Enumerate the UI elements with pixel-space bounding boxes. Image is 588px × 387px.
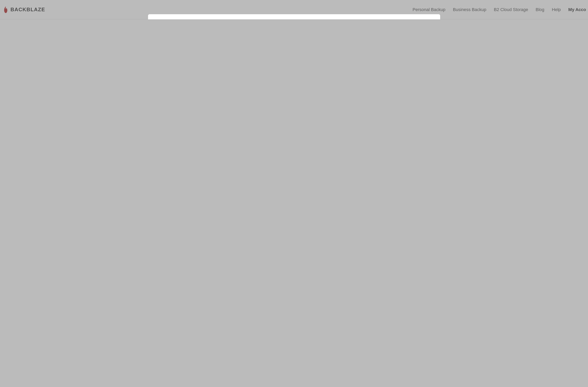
modal-title: Account ID & Application Key	[148, 14, 440, 19]
app-key-modal: × Account ID & Application Key B2 suppor…	[148, 14, 440, 19]
